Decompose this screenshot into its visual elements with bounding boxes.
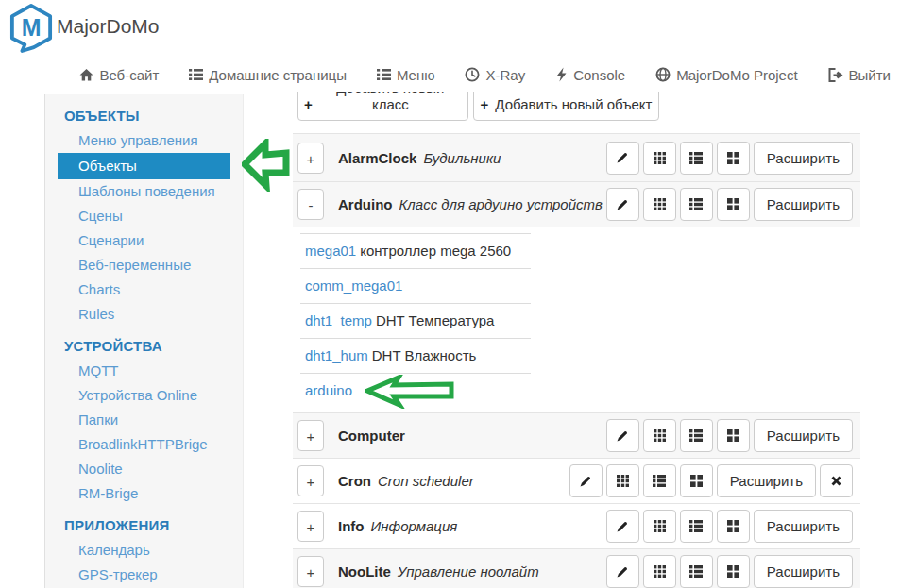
sidebar-section-applications: ПРИЛОЖЕНИЯ (45, 517, 243, 533)
add-new-class-label: Добавить новый класс (319, 92, 462, 112)
nav-item-xray[interactable]: X-Ray (465, 67, 525, 83)
expand-button[interactable]: Расширить (754, 419, 853, 452)
object-link[interactable]: dht1_temp (305, 312, 372, 328)
expand-button[interactable]: Расширить (754, 188, 853, 221)
object-link[interactable]: arduino (305, 382, 352, 398)
list-view-button[interactable] (680, 510, 713, 543)
object-link[interactable]: comm_mega01 (305, 277, 402, 294)
expand-button[interactable]: Расширить (754, 510, 853, 543)
sidebar-item-rm-brige[interactable]: RM-Brige (45, 481, 243, 506)
list-view-button[interactable] (680, 419, 713, 452)
expand-toggle-button[interactable]: + (297, 420, 324, 451)
edit-button[interactable] (606, 188, 639, 221)
nav-item-menu[interactable]: Меню (377, 67, 435, 83)
collapse-toggle-button[interactable]: - (297, 189, 324, 220)
annotation-arrow-arduino (365, 375, 455, 409)
nav-item-project[interactable]: MajorDoMo Project (655, 67, 797, 83)
sidebar-item-noolite[interactable]: Noolite (45, 457, 243, 481)
nav-item-console[interactable]: Console (555, 67, 625, 83)
edit-button[interactable] (569, 464, 603, 497)
expand-button[interactable]: Расширить (754, 555, 853, 588)
sidebar-item-devices-online[interactable]: Устройства Online (45, 383, 243, 408)
object-description: DHT Влажность (372, 347, 477, 363)
th-list-icon (653, 475, 666, 487)
grid-view-button[interactable] (643, 142, 676, 175)
sidebar-item-charts[interactable]: Charts (45, 277, 243, 302)
nav-label: Меню (397, 67, 435, 83)
grid-view-button[interactable] (643, 419, 676, 452)
nav-item-logout[interactable]: Выйти (828, 67, 891, 83)
nav-label: Console (573, 67, 625, 83)
class-row-cron: + Cron Cron scheduler Расширить (293, 458, 860, 503)
home-icon (79, 68, 93, 82)
class-row-alarmclock: + AlarmClock Будильники Расширить (293, 133, 860, 181)
blocks-view-button[interactable] (717, 188, 750, 221)
object-link[interactable]: mega01 (305, 243, 356, 259)
blocks-view-button[interactable] (717, 555, 750, 588)
expand-toggle-button[interactable]: + (297, 556, 324, 587)
app-title: MajorDoMo (57, 15, 160, 38)
list-view-button[interactable] (680, 188, 713, 221)
th-large-icon (690, 475, 703, 487)
object-link[interactable]: dht1_hum (305, 347, 368, 363)
expand-toggle-button[interactable]: + (297, 511, 324, 542)
edit-button[interactable] (606, 419, 639, 452)
class-row-info: + Info Информация Расширить (293, 503, 860, 548)
grid-view-button[interactable] (643, 510, 676, 543)
th-grid-icon (654, 198, 666, 210)
sidebar-item-calendar[interactable]: Календарь (45, 538, 243, 563)
blocks-view-button[interactable] (717, 510, 750, 543)
th-large-icon (727, 565, 739, 578)
list-view-button[interactable] (643, 464, 676, 497)
pencil-icon (616, 520, 629, 533)
th-list-icon (689, 429, 703, 442)
nav-label: Выйти (849, 67, 891, 83)
object-description: DHT Температура (376, 312, 495, 328)
pencil-icon (616, 198, 629, 211)
sidebar-item-mqtt[interactable]: MQTT (45, 359, 243, 383)
object-row-dht1-temp: dht1_tempDHT Температура (300, 303, 531, 338)
nav-label: Веб-сайт (99, 67, 159, 83)
grid-view-button[interactable] (643, 188, 676, 221)
sidebar-item-rules[interactable]: Rules (45, 302, 243, 327)
blocks-view-button[interactable] (717, 142, 750, 175)
object-row-comm-mega01: comm_mega01 (300, 268, 531, 303)
expand-button[interactable]: Расширить (754, 142, 853, 175)
list-view-button[interactable] (680, 142, 713, 175)
objects-panel: + Добавить новый класс + Добавить новый … (293, 92, 860, 588)
sidebar-item-behavior-templates[interactable]: Шаблоны поведения (45, 179, 243, 204)
blocks-view-button[interactable] (717, 419, 750, 452)
sidebar-item-gps-tracker[interactable]: GPS-трекер (45, 563, 243, 587)
class-name: Cron (338, 473, 371, 489)
sidebar-item-control-menu[interactable]: Меню управления (45, 128, 243, 153)
delete-button[interactable] (820, 464, 853, 497)
th-list-icon (689, 565, 703, 578)
add-new-object-button[interactable]: + Добавить новый объект (473, 92, 659, 121)
th-large-icon (727, 429, 739, 442)
th-grid-icon (654, 429, 666, 442)
sidebar-item-scenarios[interactable]: Сценарии (45, 228, 243, 253)
sidebar-item-objects[interactable]: Объекты (58, 153, 230, 179)
class-description: Cron scheduler (378, 473, 474, 489)
row-actions: Расширить (606, 555, 853, 588)
th-list-icon (689, 152, 703, 164)
grid-view-button[interactable] (643, 555, 676, 588)
nav-item-website[interactable]: Веб-сайт (79, 67, 159, 83)
sidebar-item-folders[interactable]: Папки (45, 408, 243, 432)
edit-button[interactable] (606, 555, 639, 588)
svg-text:M: M (22, 14, 42, 41)
add-new-class-button[interactable]: + Добавить новый класс (297, 92, 468, 121)
nav-item-home-pages[interactable]: Домашние страницы (189, 67, 347, 83)
sidebar-item-web-variables[interactable]: Веб-переменные (45, 253, 243, 277)
expand-button[interactable]: Расширить (717, 464, 816, 497)
blocks-view-button[interactable] (680, 464, 713, 497)
expand-toggle-button[interactable]: + (297, 465, 324, 496)
list-view-button[interactable] (680, 555, 713, 588)
expand-toggle-button[interactable]: + (297, 143, 324, 174)
edit-button[interactable] (606, 142, 639, 175)
edit-button[interactable] (606, 510, 639, 543)
sidebar-item-broadlink[interactable]: BroadlinkHTTPBrige (45, 432, 243, 457)
th-grid-icon (617, 475, 629, 487)
grid-view-button[interactable] (606, 464, 639, 497)
sidebar-item-scenes[interactable]: Сцены (45, 204, 243, 228)
